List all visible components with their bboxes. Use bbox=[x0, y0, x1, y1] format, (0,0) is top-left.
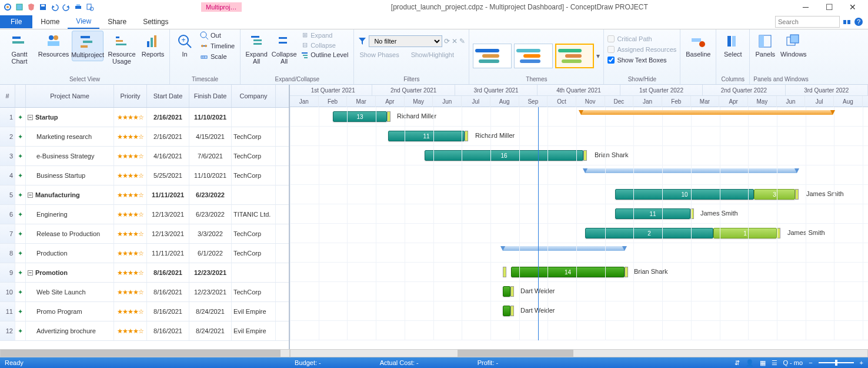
row-name[interactable]: Production bbox=[26, 244, 114, 263]
row-finish[interactable]: 12/23/2021 bbox=[189, 263, 232, 282]
row-finish[interactable]: 4/15/2021 bbox=[189, 127, 232, 146]
show-text-boxes-checkbox[interactable]: Show Text Boxes bbox=[607, 57, 666, 64]
row-name[interactable]: Enginering bbox=[26, 205, 114, 224]
edit-icon[interactable]: ✎ bbox=[459, 37, 465, 45]
task-bar[interactable] bbox=[503, 286, 510, 297]
row-company[interactable]: TechCorp bbox=[232, 147, 276, 165]
gantt-row[interactable] bbox=[290, 243, 868, 263]
zoom-out-status[interactable]: − bbox=[809, 359, 812, 366]
expand-toggle[interactable]: − bbox=[28, 270, 33, 276]
status-icon-1[interactable]: ⇵ bbox=[735, 359, 740, 367]
delete-icon[interactable]: ✕ bbox=[452, 37, 458, 45]
binoculars-icon[interactable] bbox=[842, 17, 852, 26]
task-bar[interactable]: 2 bbox=[585, 228, 713, 238]
gantt-row[interactable]: 103James Smith bbox=[290, 185, 868, 204]
row-name[interactable]: e-Business Strategy bbox=[26, 147, 114, 165]
row-company[interactable]: TechCorp bbox=[232, 127, 276, 146]
timeline-button[interactable]: Timeline bbox=[198, 41, 236, 51]
row-name[interactable]: Advertizing brochure bbox=[26, 321, 114, 340]
expand-toggle[interactable]: − bbox=[28, 193, 33, 198]
row-company[interactable]: TITANIC Ltd. bbox=[232, 205, 276, 224]
row-priority[interactable]: ★★★★☆ bbox=[114, 166, 147, 185]
status-icon-4[interactable]: ☰ bbox=[772, 359, 777, 367]
row-finish[interactable]: 8/24/2021 bbox=[189, 302, 232, 321]
menu-home[interactable]: Home bbox=[32, 15, 68, 28]
expand-toggle[interactable]: − bbox=[28, 115, 33, 120]
row-finish[interactable]: 11/10/2021 bbox=[189, 108, 232, 127]
summary-bar[interactable] bbox=[503, 246, 625, 251]
table-row[interactable]: 3✦e-Business Strategy★★★★☆4/16/20217/6/2… bbox=[0, 147, 289, 166]
row-name[interactable]: −Promotion bbox=[26, 263, 114, 282]
scale-button[interactable]: Scale bbox=[198, 52, 236, 61]
row-finish[interactable]: 6/1/2022 bbox=[189, 244, 232, 263]
status-zoom[interactable]: Q - mo bbox=[783, 359, 803, 366]
table-row[interactable]: 1✦−Startup★★★★☆2/16/202111/10/2021 bbox=[0, 108, 289, 127]
qat-save-icon[interactable] bbox=[38, 2, 48, 12]
row-finish[interactable]: 12/23/2021 bbox=[189, 283, 232, 301]
row-priority[interactable]: ★★★★☆ bbox=[114, 108, 147, 127]
menu-settings[interactable]: Settings bbox=[135, 15, 176, 28]
row-priority[interactable]: ★★★★☆ bbox=[114, 321, 147, 340]
table-row[interactable]: 9✦−Promotion★★★★☆8/16/202112/23/2021 bbox=[0, 263, 289, 283]
th-company[interactable]: Company bbox=[232, 85, 276, 107]
row-name[interactable]: Release to Production bbox=[26, 224, 114, 243]
task-bar-tail[interactable]: 1 bbox=[713, 228, 777, 238]
row-company[interactable]: Evil Empire bbox=[232, 302, 276, 321]
th-indicator[interactable] bbox=[15, 85, 26, 107]
resources-button[interactable]: Resources bbox=[38, 31, 69, 60]
baseline-button[interactable]: Baseline bbox=[684, 31, 712, 60]
qat-shield-icon[interactable] bbox=[26, 2, 36, 12]
table-row[interactable]: 4✦Business Startup★★★★☆5/25/202111/10/20… bbox=[0, 166, 289, 185]
row-finish[interactable]: 8/24/2021 bbox=[189, 321, 232, 340]
row-start[interactable]: 8/16/2021 bbox=[147, 302, 189, 321]
panels-button[interactable]: Panels bbox=[753, 31, 777, 60]
row-start[interactable]: 11/11/2021 bbox=[147, 185, 189, 204]
row-company[interactable] bbox=[232, 185, 276, 204]
row-start[interactable]: 2/16/2021 bbox=[147, 127, 189, 146]
row-company[interactable]: Evil Empire bbox=[232, 321, 276, 340]
row-name[interactable]: −Manufacturing bbox=[26, 185, 114, 204]
gantt-row[interactable]: 21James Smith bbox=[290, 224, 868, 243]
table-row[interactable]: 6✦Enginering★★★★☆12/13/20216/23/2022TITA… bbox=[0, 205, 289, 224]
qat-target-icon[interactable] bbox=[2, 2, 13, 12]
menu-view[interactable]: View bbox=[68, 15, 99, 29]
qat-undo-icon[interactable] bbox=[49, 2, 60, 12]
windows-button[interactable]: Windows bbox=[779, 31, 807, 60]
document-tab[interactable]: Multiproj… bbox=[201, 2, 242, 12]
row-priority[interactable]: ★★★★☆ bbox=[114, 127, 147, 146]
gantt-body[interactable]: 13Richard Miller11Richard Miller16Brian … bbox=[290, 107, 868, 340]
themes-more-icon[interactable]: ▾ bbox=[596, 52, 600, 60]
row-priority[interactable]: ★★★★☆ bbox=[114, 302, 147, 321]
gantt-row[interactable]: Dart Weider bbox=[290, 301, 868, 321]
theme-3[interactable] bbox=[555, 44, 594, 68]
row-start[interactable]: 5/25/2021 bbox=[147, 166, 189, 185]
row-company[interactable]: TechCorp bbox=[232, 224, 276, 243]
row-name[interactable]: Web Site Launch bbox=[26, 283, 114, 301]
table-row[interactable]: 5✦−Manufacturing★★★★☆11/11/20216/23/2022 bbox=[0, 185, 289, 205]
gantt-row[interactable]: 11Richard Miller bbox=[290, 127, 868, 146]
theme-1[interactable] bbox=[473, 44, 512, 68]
row-priority[interactable]: ★★★★☆ bbox=[114, 263, 147, 282]
status-icon-3[interactable]: ▦ bbox=[760, 359, 766, 367]
th-num[interactable]: # bbox=[0, 85, 15, 107]
table-row[interactable]: 11✦Promo Program★★★★☆8/16/20218/24/2021E… bbox=[0, 302, 289, 321]
table-row[interactable]: 8✦Production★★★★☆11/11/20216/1/2022TechC… bbox=[0, 244, 289, 263]
row-priority[interactable]: ★★★★☆ bbox=[114, 244, 147, 263]
row-finish[interactable]: 6/23/2022 bbox=[189, 205, 232, 224]
row-finish[interactable]: 11/10/2021 bbox=[189, 166, 232, 185]
zoom-in-status[interactable]: + bbox=[860, 359, 863, 366]
task-bar[interactable]: 11 bbox=[615, 208, 690, 219]
th-name[interactable]: Project Name bbox=[26, 85, 114, 107]
help-icon[interactable]: ? bbox=[854, 17, 863, 26]
table-row[interactable]: 12✦Advertizing brochure★★★★☆8/16/20218/2… bbox=[0, 321, 289, 341]
th-priority[interactable]: Priority bbox=[114, 85, 147, 107]
row-name[interactable]: Promo Program bbox=[26, 302, 114, 321]
minimize-button[interactable]: ─ bbox=[797, 1, 814, 13]
table-row[interactable]: 7✦Release to Production★★★★☆12/13/20213/… bbox=[0, 224, 289, 244]
gantt-row[interactable]: 16Brian Shark bbox=[290, 146, 868, 165]
menu-share[interactable]: Share bbox=[99, 15, 135, 28]
refresh-icon[interactable]: ⟳ bbox=[444, 37, 450, 45]
qat-new-icon[interactable] bbox=[14, 2, 25, 12]
th-start[interactable]: Start Date bbox=[147, 85, 189, 107]
row-priority[interactable]: ★★★★☆ bbox=[114, 185, 147, 204]
